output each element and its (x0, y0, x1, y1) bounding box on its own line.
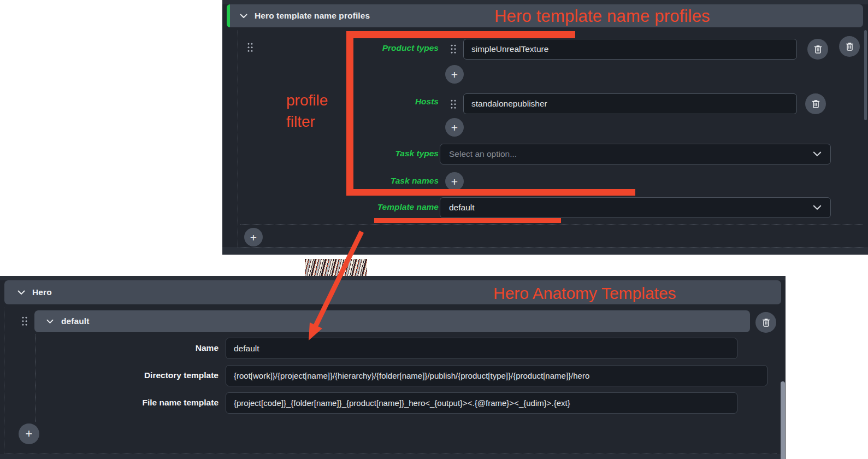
task-types-select[interactable]: Select an option... (440, 144, 831, 164)
add-host-button[interactable]: + (445, 118, 464, 137)
scrollbar-thumb[interactable] (781, 381, 785, 459)
panel-padding (0, 454, 781, 459)
add-product-type-button[interactable]: + (445, 65, 464, 84)
annotation-bracket-vertical (346, 31, 353, 196)
file-name-template-input[interactable]: {project[code]}_{folder[name]}_{product[… (226, 392, 737, 414)
chevron-down-icon[interactable] (240, 14, 247, 19)
delete-profile-button[interactable] (839, 36, 860, 57)
product-type-item-drag-handle[interactable] (450, 44, 457, 54)
plus-icon: + (451, 69, 458, 80)
indent-guide (238, 30, 238, 247)
plus-icon: + (26, 428, 33, 440)
panel-padding (0, 276, 786, 280)
add-profile-button[interactable]: + (244, 228, 263, 246)
annotation-bracket-bottom (346, 189, 635, 196)
hosts-input[interactable]: standalonepublisher (463, 93, 797, 114)
host-item-drag-handle[interactable] (450, 99, 457, 109)
directory-template-label: Directory template (11, 370, 219, 380)
template-name-select[interactable]: default (440, 197, 831, 218)
template-item-drag-handle[interactable] (21, 316, 28, 326)
profiles-section-title: Hero template name profiles (255, 11, 370, 21)
name-input[interactable]: default (226, 338, 737, 359)
file-name-template-label: File name template (11, 398, 219, 408)
scrollbar-thumb[interactable] (864, 30, 867, 120)
plus-icon: + (250, 232, 257, 243)
directory-template-input[interactable]: {root[work]}/{project[name]}/{hierarchy}… (226, 365, 767, 386)
chevron-down-icon[interactable] (17, 290, 25, 295)
product-types-label: Product types (318, 43, 439, 53)
templates-panel: Hero default Name default Directory temp… (0, 276, 786, 459)
task-types-label: Task types (318, 149, 439, 158)
indent-guide (4, 308, 4, 454)
hosts-label: Hosts (318, 97, 439, 107)
profiles-section-header[interactable]: Hero template name profiles (227, 4, 863, 27)
chevron-down-icon (813, 151, 822, 157)
panel-padding (222, 247, 868, 255)
section-bottom-border (238, 247, 864, 248)
hero-section-title: Hero (32, 287, 52, 297)
product-types-input[interactable]: simpleUnrealTexture (463, 39, 797, 60)
hero-section-header[interactable]: Hero (4, 280, 781, 304)
profile-drag-handle[interactable] (247, 42, 253, 52)
plus-icon: + (451, 176, 458, 187)
add-template-button[interactable]: + (19, 423, 39, 444)
template-item-title: default (61, 316, 90, 326)
chevron-down-icon (813, 205, 822, 210)
panel-padding (222, 0, 868, 4)
name-label: Name (11, 343, 219, 353)
template-item-header[interactable]: default (34, 310, 750, 332)
template-name-label: Template name (318, 202, 439, 212)
annotation-underline (374, 218, 561, 223)
task-names-label: Task names (318, 176, 439, 186)
template-name-value: default (449, 203, 813, 213)
list-divider (240, 224, 863, 225)
modified-accent-bar (227, 4, 230, 27)
annotation-bracket-top (346, 31, 575, 38)
delete-template-button[interactable] (755, 312, 776, 333)
screenshot-canvas: Hero template name profiles Product type… (0, 0, 868, 459)
texture-fragment (305, 259, 367, 276)
delete-product-type-button[interactable] (807, 39, 828, 60)
chevron-down-icon[interactable] (46, 319, 54, 324)
task-types-placeholder: Select an option... (449, 149, 813, 159)
plus-icon: + (451, 122, 458, 133)
delete-host-button[interactable] (805, 93, 826, 114)
add-task-name-button[interactable]: + (445, 172, 464, 191)
